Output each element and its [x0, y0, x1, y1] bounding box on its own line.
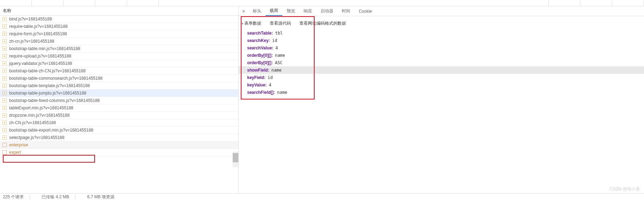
form-data-list: searchTable:tblsearchKey:idsearchValue:4…: [239, 29, 644, 96]
watermark: CSDN @张小勇: [609, 186, 640, 192]
js-file-icon: [2, 128, 7, 133]
svg-point-11: [4, 55, 5, 56]
form-data-key: orderBy[0][]:: [247, 60, 273, 65]
js-file-icon: [2, 17, 7, 22]
scrollbar[interactable]: [233, 152, 238, 167]
top-tabs-bar: [0, 0, 644, 6]
transferred-size: 已传输 4.2 MB: [42, 194, 69, 200]
details-tab[interactable]: 启动器: [316, 6, 338, 16]
details-tab[interactable]: 时间: [338, 6, 354, 16]
top-tab[interactable]: [580, 0, 612, 6]
form-data-row[interactable]: keyField:id: [239, 74, 644, 81]
request-item[interactable]: require-upload.js?v=1681455188: [0, 53, 238, 60]
request-item[interactable]: bootstrap-table-zh-CN.js?v=1681455188: [0, 67, 238, 75]
svg-point-25: [4, 107, 5, 108]
form-data-row[interactable]: searchValue:4: [239, 44, 644, 51]
form-data-key: orderBy[0][]:: [247, 53, 273, 58]
form-data-row[interactable]: searchKey:id: [239, 37, 644, 44]
top-tab[interactable]: [32, 0, 64, 6]
js-file-icon: [2, 83, 7, 88]
js-file-icon: [2, 91, 7, 96]
top-tab[interactable]: [159, 0, 549, 6]
top-tab[interactable]: [0, 0, 32, 6]
scrollbar-thumb[interactable]: [233, 153, 238, 162]
form-header-item[interactable]: 查看网址编码格式的数据: [299, 20, 346, 26]
request-item[interactable]: expert: [0, 149, 238, 156]
js-file-icon: [2, 24, 7, 29]
form-data-header: 表单数据查看源代码查看网址编码格式的数据: [239, 19, 644, 28]
svg-point-31: [4, 129, 5, 131]
request-details-panel: × 标头载荷预览响应启动器时间Cookie 表单数据查看源代码查看网址编码格式的…: [239, 6, 644, 193]
svg-point-7: [4, 41, 5, 42]
form-data-key: showField:: [247, 68, 269, 73]
request-name: dropzone.min.js?v=1681455188: [9, 113, 70, 118]
request-name: tableExport.min.js?v=1681455188: [9, 105, 73, 110]
form-data-value: name: [272, 68, 282, 73]
request-item[interactable]: bootstrap-table-fixed-columns.js?v=16814…: [0, 97, 238, 104]
svg-point-9: [4, 48, 5, 49]
request-item[interactable]: zh-CN.js?v=1681455188: [0, 119, 238, 127]
details-tab[interactable]: 载荷: [266, 6, 282, 16]
request-name: expert: [9, 150, 21, 155]
request-item[interactable]: require-form.js?v=1681455188: [0, 30, 238, 38]
details-tab[interactable]: 预览: [282, 6, 299, 16]
request-count: 225 个请求: [3, 194, 24, 200]
form-data-key: searchKey:: [247, 38, 270, 43]
top-tab[interactable]: [612, 0, 644, 6]
form-header-item[interactable]: 查看源代码: [270, 20, 291, 26]
svg-point-21: [4, 92, 5, 93]
details-tab[interactable]: 响应: [299, 6, 316, 16]
top-tab[interactable]: [64, 0, 95, 6]
form-data-value: id: [268, 75, 273, 80]
request-name: bootstrap-table.min.js?v=1681455188: [9, 46, 80, 51]
js-file-icon: [2, 135, 7, 140]
request-name: jquery.validator.js?v=1681455188: [9, 61, 72, 66]
js-file-icon: [2, 120, 7, 125]
request-name: bind.js?v=1681455188: [9, 17, 52, 22]
svg-point-17: [4, 78, 5, 79]
request-name: bootstrap-table-jumpto.js?v=1681455188: [9, 91, 86, 96]
top-tab[interactable]: [95, 0, 127, 6]
form-data-key: keyValue:: [247, 83, 267, 87]
form-header-item[interactable]: 表单数据: [242, 20, 261, 26]
request-name: require-upload.js?v=1681455188: [9, 54, 71, 59]
request-item[interactable]: bootstrap-table-export.min.js?v=16814551…: [0, 127, 238, 134]
js-file-icon: [2, 31, 7, 36]
xhr-file-icon: [2, 143, 7, 147]
name-column-header[interactable]: 名称: [0, 6, 238, 16]
details-tab[interactable]: Cookie: [354, 6, 376, 16]
request-item[interactable]: tableExport.min.js?v=1681455188: [0, 104, 238, 112]
request-name: selectpage.js?v=1681455188: [9, 135, 64, 140]
request-item[interactable]: bootstrap-table-template.js?v=1681455188: [0, 82, 238, 90]
top-tab[interactable]: [549, 0, 580, 6]
request-name: bootstrap-table-template.js?v=1681455188: [9, 83, 90, 88]
request-item[interactable]: enterprise: [0, 141, 238, 149]
svg-point-29: [4, 122, 5, 123]
request-name: bootstrap-table-fixed-columns.js?v=16814…: [9, 98, 100, 103]
request-item[interactable]: bootstrap-table-jumpto.js?v=1681455188: [0, 90, 238, 97]
form-data-row[interactable]: searchField[]:name: [239, 89, 644, 96]
details-tab[interactable]: 标头: [249, 6, 266, 16]
request-item[interactable]: selectpage.js?v=1681455188: [0, 134, 238, 141]
request-item[interactable]: bootstrap-table-commonsearch.js?v=168145…: [0, 75, 238, 82]
form-data-row[interactable]: orderBy[0][]:ASC: [239, 59, 644, 66]
request-item[interactable]: bind.js?v=1681455188: [0, 16, 238, 23]
form-data-row[interactable]: searchTable:tbl: [239, 29, 644, 37]
form-data-key: searchField[]:: [247, 90, 275, 95]
payload-content: 表单数据查看源代码查看网址编码格式的数据 searchTable:tblsear…: [239, 16, 644, 99]
request-name: bootstrap-table-commonsearch.js?v=168145…: [9, 76, 103, 81]
svg-rect-34: [2, 143, 7, 147]
form-data-row[interactable]: showField:name: [239, 66, 644, 74]
request-item[interactable]: zh-cn.js?v=1681455188: [0, 38, 238, 45]
request-item[interactable]: require-table.js?v=1681455188: [0, 23, 238, 30]
xhr-file-icon: [2, 150, 7, 155]
top-tab[interactable]: [127, 0, 159, 6]
request-name: bootstrap-table-zh-CN.js?v=1681455188: [9, 68, 85, 73]
close-icon[interactable]: ×: [239, 8, 249, 14]
form-data-row[interactable]: keyValue:4: [239, 81, 644, 89]
request-item[interactable]: jquery.validator.js?v=1681455188: [0, 60, 238, 67]
request-item[interactable]: bootstrap-table.min.js?v=1681455188: [0, 45, 238, 53]
form-data-row[interactable]: orderBy[0][]:name: [239, 51, 644, 59]
request-name: require-table.js?v=1681455188: [9, 24, 68, 29]
request-item[interactable]: dropzone.min.js?v=1681455188: [0, 112, 238, 119]
